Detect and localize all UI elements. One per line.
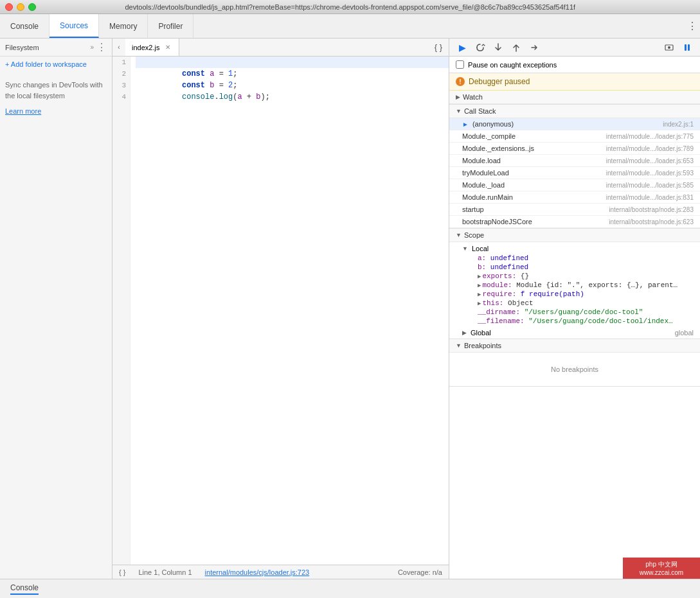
editor-area: ‹ index2.js ✕ { } 1 2 3 4 const a = 1; [112,39,449,579]
step-over-button[interactable] [472,40,488,55]
add-folder-button[interactable]: + Add folder to workspace [0,57,112,72]
learn-more-link[interactable]: Learn more [5,107,41,115]
callstack-fn-6: Module.runMain [462,193,606,201]
scope-section-header[interactable]: ▼ Scope [449,229,700,242]
global-value: global [675,329,694,337]
console-bar: Console [0,579,700,598]
close-tab-icon[interactable]: ✕ [163,43,172,52]
breakpoints-header[interactable]: ▼ Breakpoints [449,339,700,353]
watch-label: Watch [463,93,483,101]
editor-controls: { } [428,39,449,56]
callstack-item-6[interactable]: Module.runMain internal/module.../loader… [449,191,700,204]
code-lines[interactable]: const a = 1; const b = 2; console.log(a … [130,57,449,565]
scope-item-exports[interactable]: ▶exports: {} [462,272,694,281]
editor-tab-index2js[interactable]: index2.js ✕ [125,39,179,56]
tab-console[interactable]: Console [0,14,49,38]
sidebar: Filesystem » ⋮ + Add folder to workspace… [0,39,112,579]
pause-exceptions-label: Pause on caught exceptions [468,61,557,69]
line-numbers: 1 2 3 4 [112,57,130,565]
breakpoints-label: Breakpoints [464,342,501,349]
callstack-item-3[interactable]: Module.load internal/module.../loader.js… [449,155,700,167]
pause-exceptions-checkbox[interactable] [456,60,464,69]
call-stack-header[interactable]: ▼ Call Stack [449,105,700,118]
callstack-item-1[interactable]: Module._compile internal/module.../loade… [449,130,700,143]
callstack-label: Call Stack [464,107,496,115]
code-line-1[interactable]: const a = 1; [136,57,449,68]
scope-local-label: Local [472,245,489,252]
step-out-button[interactable] [508,40,524,55]
deactivate-breakpoints-button[interactable] [679,40,695,55]
sidebar-header: Filesystem » ⋮ [0,39,112,57]
callstack-chevron-icon: ▼ [456,108,462,114]
tab-profiler[interactable]: Profiler [148,14,193,38]
callstack-item-8[interactable]: bootstrapNodeJSCore internal/bootstrap/n… [449,216,700,228]
minimize-button[interactable] [17,3,24,11]
close-button[interactable] [5,3,13,11]
cursor-position: Line 1, Column 1 [138,568,192,576]
watch-section-header[interactable]: ▶ Watch [449,91,700,104]
source-location[interactable]: internal/modules/cjs/loader.js:723 [205,568,310,576]
callstack-loc-2: internal/module.../loader.js:789 [606,145,694,152]
step-button[interactable] [526,40,542,55]
code-format-icon[interactable]: { } [119,568,125,576]
resume-button[interactable]: ▶ [454,40,470,55]
scope-item-this[interactable]: ▶this: Object [462,299,694,308]
scope-global[interactable]: ▶ Global global [449,327,700,339]
watch-chevron-icon: ▶ [456,94,460,100]
ellipsis-menu-icon[interactable]: ⋮ [96,41,107,53]
call-stack-list: ► (anonymous) index2.js:1 Module._compil… [449,118,700,228]
editor-tabs: ‹ index2.js ✕ { } [112,39,449,57]
editor-tab-label: index2.js [132,44,159,51]
console-bottom-tab[interactable]: Console [10,583,39,595]
callstack-fn-4: tryModuleLoad [462,169,606,177]
watch-section: ▶ Watch [449,91,700,105]
global-expand-icon: ▶ [462,330,467,336]
no-breakpoints-text: No breakpoints [551,365,598,373]
local-expand-icon: ▼ [462,245,468,252]
debug-sections: ▶ Watch ▼ Call Stack ► (anonymous) index… [449,91,700,579]
double-chevron-icon[interactable]: » [90,44,94,51]
callstack-fn-8: bootstrapNodeJSCore [462,218,609,225]
callstack-loc-1: internal/module.../loader.js:775 [606,133,694,140]
blackbox-icon[interactable] [661,40,677,55]
callstack-item-5[interactable]: Module._load internal/module.../loader.j… [449,179,700,191]
pause-exceptions-row: Pause on caught exceptions [449,57,700,73]
debugger-paused-text: Debugger paused [469,77,530,86]
editor-tab-spacer [179,39,427,56]
breakpoints-chevron-icon: ▼ [456,342,462,349]
svg-point-1 [668,46,670,49]
more-tabs-button[interactable]: ⋮ [685,14,700,38]
line-num-2: 2 [112,68,130,80]
format-code-icon[interactable]: { } [432,41,445,53]
scope-label: Scope [464,231,484,239]
callstack-item-0[interactable]: ► (anonymous) index2.js:1 [449,118,700,130]
window-title: devtools://devtools/bundled/js_app.html?… [125,3,575,11]
scope-item-require[interactable]: ▶require: f require(path) [462,290,694,299]
maximize-button[interactable] [28,3,36,11]
status-bar: { } Line 1, Column 1 internal/modules/cj… [112,565,449,579]
tab-memory[interactable]: Memory [99,14,148,38]
callstack-fn-3: Module.load [462,157,606,164]
line-num-1: 1 [112,57,130,68]
callstack-loc-5: internal/module.../loader.js:585 [606,182,694,189]
callstack-loc-0: index2.js:1 [663,121,694,128]
prev-tab-button[interactable]: ‹ [112,39,125,56]
scope-item-module[interactable]: ▶module: Module {id: ".", exports: {…}, … [462,281,694,290]
breakpoints-section: ▼ Breakpoints No breakpoints [449,339,700,387]
callstack-item-2[interactable]: Module._extensions..js internal/module..… [449,143,700,155]
callstack-item-7[interactable]: startup internal/bootstrap/node.js:283 [449,204,700,216]
scope-item-b: b: undefined [462,263,694,272]
tab-sources[interactable]: Sources [49,14,99,38]
scope-item-filename: __filename: "/Users/guang/code/doc-tool/… [462,317,694,326]
code-editor[interactable]: 1 2 3 4 const a = 1; const b = 2; consol… [112,57,449,565]
no-breakpoints-message: No breakpoints [449,353,700,386]
callstack-fn-2: Module._extensions..js [462,145,606,152]
callstack-item-4[interactable]: tryModuleLoad internal/module.../loader.… [449,167,700,179]
watermark-line2: www.zzcai.com [627,569,696,576]
callstack-fn-1: Module._compile [462,132,606,140]
callstack-fn-0: (anonymous) [472,120,663,128]
debugger-paused-banner: ! Debugger paused [449,73,700,91]
scope-local-toggle[interactable]: ▼ Local [462,243,694,254]
paused-info-icon: ! [456,77,465,86]
step-into-button[interactable] [490,40,506,55]
